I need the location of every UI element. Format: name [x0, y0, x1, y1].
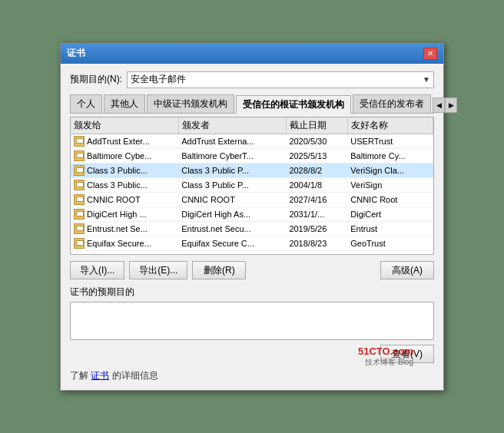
watermark: 51CTO.com 技术博客 Blog [358, 345, 413, 368]
tabs-container: 个人 其他人 中级证书颁发机构 受信任的根证书颁发机构 受信任的发布者 ◀ ▶ [70, 94, 434, 114]
cell-issuer: Equifax Secure C... [178, 236, 286, 250]
col-issued-to: 颁发给 [71, 117, 178, 134]
table-row[interactable]: Baltimore Cybe...Baltimore CyberT...2025… [71, 148, 433, 163]
tab-scroll-buttons: ◀ ▶ [433, 98, 457, 113]
action-buttons-row: 导入(I)... 导出(E)... 删除(R) 高级(A) [70, 261, 434, 279]
cert-table-wrapper[interactable]: 颁发给 颁发者 截止日期 友好名称 AddTrust Exter...AddTr… [70, 117, 434, 255]
cert-table: 颁发给 颁发者 截止日期 友好名称 AddTrust Exter...AddTr… [71, 117, 433, 251]
advanced-button[interactable]: 高级(A) [380, 261, 434, 279]
tab-scroll-left[interactable]: ◀ [433, 98, 445, 113]
cell-issued-to: CNNIC ROOT [71, 192, 178, 207]
cert-purpose-label: 证书的预期目的 [70, 286, 434, 299]
dropdown-arrow-icon: ▼ [423, 75, 430, 84]
cell-issued-to: Baltimore Cybe... [71, 148, 178, 163]
import-button[interactable]: 导入(I)... [70, 261, 124, 279]
tab-personal[interactable]: 个人 [70, 94, 102, 113]
table-header-row: 颁发给 颁发者 截止日期 友好名称 [71, 117, 433, 134]
cert-table-body: AddTrust Exter...AddTrust Externa...2020… [71, 134, 433, 250]
cell-issued-to: AddTrust Exter... [71, 134, 178, 148]
cell-issued-to: DigiCert High ... [71, 207, 178, 221]
cell-issuer: Class 3 Public P... [178, 177, 286, 192]
cell-issued-to: Equifax Secure... [71, 236, 178, 250]
table-row[interactable]: Entrust.net Se...Entrust.net Secu...2019… [71, 221, 433, 236]
close-button[interactable]: ✕ [423, 48, 437, 60]
cell-expiry: 2028/8/2 [286, 163, 347, 177]
table-row[interactable]: Class 3 Public...Class 3 Public P...2004… [71, 177, 433, 192]
cell-issued-to: Class 3 Public... [71, 163, 178, 177]
cell-issuer: Class 3 Public P... [178, 163, 286, 177]
export-button[interactable]: 导出(E)... [129, 261, 187, 279]
col-friendly-name: 友好名称 [347, 117, 433, 134]
cell-friendly-name: USERTrust [347, 134, 433, 148]
cell-expiry: 2019/5/26 [286, 221, 347, 236]
dropdown-value: 安全电子邮件 [131, 73, 423, 86]
window-title: 证书 [67, 47, 85, 60]
delete-button[interactable]: 删除(R) [192, 261, 246, 279]
table-row[interactable]: Class 3 Public...Class 3 Public P...2028… [71, 163, 433, 177]
cell-expiry: 2018/8/23 [286, 236, 347, 250]
cell-expiry: 2027/4/16 [286, 192, 347, 207]
cell-issuer: AddTrust Externa... [178, 134, 286, 148]
purpose-row: 预期目的(N): 安全电子邮件 ▼ [70, 71, 434, 88]
tab-scroll-right[interactable]: ▶ [445, 98, 457, 113]
cell-issuer: DigiCert High As... [178, 207, 286, 221]
cert-purpose-box [70, 302, 434, 340]
cell-friendly-name: VeriSign Cla... [347, 163, 433, 177]
purpose-label: 预期目的(N): [70, 73, 122, 86]
cell-issuer: CNNIC ROOT [178, 192, 286, 207]
footer-link[interactable]: 证书 [91, 370, 109, 381]
purpose-dropdown[interactable]: 安全电子邮件 ▼ [127, 71, 434, 88]
tab-trusted-root[interactable]: 受信任的根证书颁发机构 [236, 95, 351, 114]
cell-friendly-name: CNNIC Root [347, 192, 433, 207]
footer-row: 了解 证书 的详细信息 [70, 369, 434, 382]
cell-issued-to: Class 3 Public... [71, 177, 178, 192]
cell-issuer: Entrust.net Secu... [178, 221, 286, 236]
watermark-line1: 51CTO.com [358, 345, 413, 357]
cell-expiry: 2031/1/... [286, 207, 347, 221]
table-row[interactable]: CNNIC ROOTCNNIC ROOT2027/4/16CNNIC Root [71, 192, 433, 207]
cell-expiry: 2004/1/8 [286, 177, 347, 192]
cell-friendly-name: Entrust [347, 221, 433, 236]
tab-trusted-publisher[interactable]: 受信任的发布者 [353, 94, 431, 113]
table-row[interactable]: Equifax Secure...Equifax Secure C...2018… [71, 236, 433, 250]
tab-others[interactable]: 其他人 [104, 94, 145, 113]
cell-expiry: 2020/5/30 [286, 134, 347, 148]
table-row[interactable]: DigiCert High ...DigiCert High As...2031… [71, 207, 433, 221]
footer-text-before: 了解 [70, 370, 88, 381]
col-issuer: 颁发者 [178, 117, 286, 134]
cell-issued-to: Entrust.net Se... [71, 221, 178, 236]
title-bar: 证书 ✕ [61, 44, 443, 64]
tab-intermediate[interactable]: 中级证书颁发机构 [147, 94, 234, 113]
certificate-dialog: 证书 ✕ 预期目的(N): 安全电子邮件 ▼ 个人 其他人 中级证书颁发机构 受… [60, 43, 444, 391]
watermark-line2: 技术博客 Blog [358, 357, 413, 368]
footer-text-after: 的详细信息 [112, 370, 158, 381]
window-body: 预期目的(N): 安全电子邮件 ▼ 个人 其他人 中级证书颁发机构 受信任的根证… [61, 64, 443, 390]
cell-issuer: Baltimore CyberT... [178, 148, 286, 163]
cell-friendly-name: VeriSign [347, 177, 433, 192]
col-expiry: 截止日期 [286, 117, 347, 134]
cell-friendly-name: Baltimore Cy... [347, 148, 433, 163]
cell-friendly-name: DigiCert [347, 207, 433, 221]
table-row[interactable]: AddTrust Exter...AddTrust Externa...2020… [71, 134, 433, 148]
cell-expiry: 2025/5/13 [286, 148, 347, 163]
cell-friendly-name: GeoTrust [347, 236, 433, 250]
